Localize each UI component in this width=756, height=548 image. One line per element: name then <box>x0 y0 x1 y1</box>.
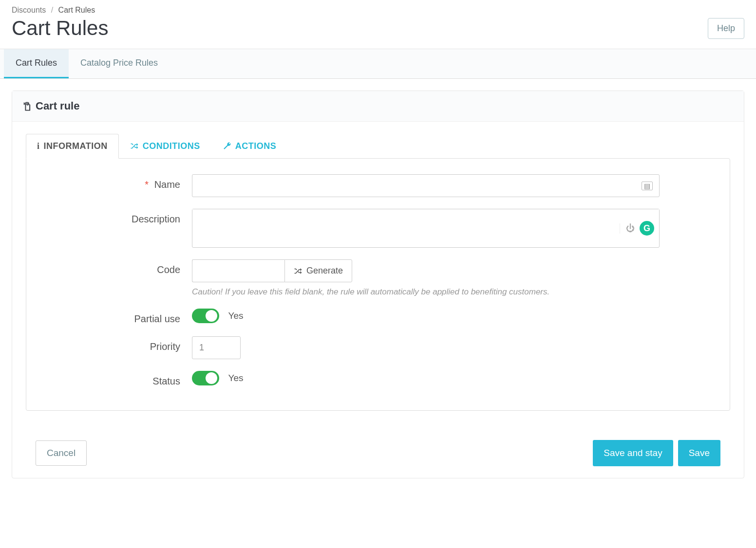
label-name: * Name <box>46 174 192 190</box>
status-toggle[interactable] <box>192 371 219 385</box>
panel-cart-rule: 🏷 Cart rule i INFORMATION CONDITIONS ACT… <box>12 91 744 478</box>
tab-catalog-price-rules[interactable]: Catalog Price Rules <box>69 49 170 78</box>
panel-title: Cart rule <box>36 100 79 112</box>
tab-cart-rules[interactable]: Cart Rules <box>4 49 69 78</box>
generate-button[interactable]: Generate <box>284 259 352 282</box>
inner-tab-information[interactable]: i INFORMATION <box>26 134 119 159</box>
inner-tab-actions[interactable]: ACTIONS <box>211 133 288 158</box>
label-status: Status <box>46 371 192 387</box>
code-input[interactable] <box>192 259 284 282</box>
tag-icon: 🏷 <box>21 101 33 111</box>
cancel-button[interactable]: Cancel <box>36 440 87 466</box>
grammarly-icon[interactable]: G <box>640 221 654 236</box>
shuffle-icon <box>294 267 302 275</box>
partial-use-toggle[interactable] <box>192 309 219 323</box>
label-priority: Priority <box>46 336 192 352</box>
footer-actions: Cancel Save and stay Save <box>12 428 744 478</box>
label-description: Description <box>46 209 192 225</box>
code-hint: Caution! If you leave this field blank, … <box>192 287 660 297</box>
partial-use-state: Yes <box>228 311 243 321</box>
label-partial-use: Partial use <box>46 309 192 325</box>
inner-tab-information-label: INFORMATION <box>44 141 108 151</box>
power-icon[interactable]: ⏻ <box>620 223 635 234</box>
shuffle-icon <box>130 142 139 150</box>
breadcrumb-separator: / <box>51 6 53 14</box>
status-state: Yes <box>228 373 243 383</box>
panel-heading: 🏷 Cart rule <box>12 91 744 122</box>
inner-tab-actions-label: ACTIONS <box>235 141 277 151</box>
wrench-icon <box>223 142 231 150</box>
page-title: Cart Rules <box>12 17 108 40</box>
inner-tab-conditions-label: CONDITIONS <box>143 141 200 151</box>
label-code: Code <box>46 259 192 275</box>
inner-tabs: i INFORMATION CONDITIONS ACTIONS <box>26 133 730 158</box>
info-icon: i <box>37 141 40 151</box>
save-and-stay-button[interactable]: Save and stay <box>593 440 673 466</box>
required-star-icon: * <box>145 179 149 190</box>
help-button[interactable]: Help <box>708 18 744 39</box>
breadcrumb-current: Cart Rules <box>58 6 95 14</box>
name-input[interactable] <box>192 174 660 197</box>
label-name-text: Name <box>154 179 180 190</box>
inner-tab-content: * Name ▤ Description ⏻ G <box>26 158 730 411</box>
priority-input[interactable] <box>192 336 241 359</box>
locale-indicator-icon[interactable]: ▤ <box>642 182 653 190</box>
save-button[interactable]: Save <box>678 440 720 466</box>
breadcrumb: Discounts / Cart Rules <box>0 0 756 15</box>
generate-button-label: Generate <box>306 266 343 276</box>
module-tabs: Cart Rules Catalog Price Rules <box>0 49 756 79</box>
breadcrumb-parent[interactable]: Discounts <box>12 6 46 14</box>
description-input[interactable] <box>192 209 659 245</box>
inner-tab-conditions[interactable]: CONDITIONS <box>119 133 211 158</box>
